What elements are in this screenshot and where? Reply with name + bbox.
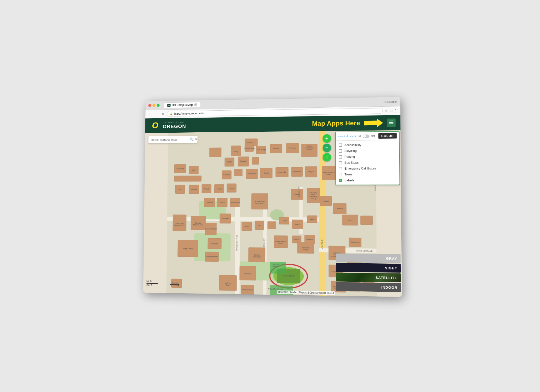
style-indoor-button[interactable]: INDOOR	[336, 282, 401, 292]
layer-label-trees: Trees	[345, 172, 353, 176]
layers-links: select all clear 3d flat	[338, 134, 375, 138]
attribution: UO CGIS | Leaflet | Mapbox | OpenStreetM…	[277, 290, 335, 295]
layer-label-accessibility: Accessibility	[344, 143, 361, 147]
layer-item-trees[interactable]: Trees	[336, 171, 400, 177]
tab-title: UO Campus Map	[172, 103, 193, 107]
layer-item-bicycling[interactable]: Bicycling	[336, 147, 399, 154]
reload-button[interactable]: ↻	[161, 111, 165, 116]
browser-menu-icon[interactable]: ⋮	[394, 108, 398, 113]
layer-item-bus-stops[interactable]: Bus Stops	[336, 159, 399, 166]
svg-text:Cascade Annex: Cascade Annex	[244, 147, 255, 149]
svg-text:McArthur: McArthur	[225, 282, 232, 284]
style-night-button[interactable]: NIGHT	[336, 263, 401, 272]
layers-list: Accessibility Bicycling Parking	[336, 140, 400, 185]
map-area[interactable]: BEECH ST UNIVERSITY ST ONYX ST AGATE ST …	[143, 130, 402, 297]
minimize-window-button[interactable]	[152, 104, 155, 107]
svg-text:Gerlinger: Gerlinger	[211, 242, 218, 244]
svg-text:Lawrence: Lawrence	[246, 142, 253, 143]
svg-text:Living Learning: Living Learning	[275, 241, 287, 242]
svg-text:Huestis: Huestis	[264, 172, 269, 174]
threed-label: 3d	[358, 135, 361, 138]
svg-rect-33	[235, 169, 242, 176]
svg-text:Student Tennis: Student Tennis	[242, 289, 253, 291]
bookmark-icon[interactable]: ☆	[385, 109, 388, 112]
svg-text:Straub: Straub	[244, 226, 249, 227]
svg-text:Earl: Earl	[258, 224, 261, 226]
forward-button[interactable]: →	[154, 111, 159, 116]
svg-rect-28	[210, 148, 221, 157]
layer-checkbox-labels[interactable]: ✓	[339, 178, 342, 182]
close-window-button[interactable]	[148, 104, 151, 107]
svg-text:Chapman: Chapman	[206, 202, 213, 203]
layers-panel: select all clear 3d flat COLOR Accessibi…	[335, 131, 400, 185]
uo-text-logo: UNIVERSITY OF OREGON	[163, 121, 186, 129]
svg-rect-42	[174, 176, 201, 181]
layers-icon[interactable]	[387, 118, 395, 127]
clear-search-icon[interactable]: ✕	[195, 137, 197, 141]
window-location-label: UO Location	[383, 100, 397, 103]
svg-text:Center: Center	[327, 173, 332, 175]
layer-item-labels[interactable]: ✓ Labels	[336, 177, 400, 183]
svg-text:Recreation: Recreation	[253, 256, 261, 258]
svg-text:North: North	[283, 220, 287, 221]
search-input[interactable]	[151, 137, 188, 141]
extension-icons: ⊡ ⋮	[390, 108, 397, 113]
zoom-out-button[interactable]: −	[323, 143, 331, 152]
maximize-window-button[interactable]	[157, 104, 160, 107]
svg-text:Streisinger: Streisinger	[289, 147, 296, 149]
scale-meters: 50 m	[147, 280, 158, 282]
style-gray-button[interactable]: GRAY	[336, 253, 401, 263]
svg-text:Columbia: Columbia	[223, 174, 230, 176]
layer-checkbox-trees[interactable]	[339, 173, 342, 176]
layer-item-parking[interactable]: Parking	[336, 153, 399, 160]
url-box[interactable]: 🔒 https://map.uoregon.edu	[167, 108, 383, 116]
clear-link[interactable]: clear	[350, 135, 356, 138]
svg-text:Family: Family	[303, 249, 308, 251]
svg-text:Center: Center	[278, 242, 284, 244]
home-button[interactable]: ⌂	[323, 153, 331, 161]
svg-text:Adams: Adams	[294, 239, 300, 240]
arrow-icon	[364, 119, 383, 127]
svg-text:Fenton: Fenton	[217, 188, 222, 190]
uo-logo: O UNIVERSITY OF OREGON	[150, 120, 186, 131]
3d-toggle[interactable]	[363, 134, 370, 137]
active-tab[interactable]: U UO Campus Map ×	[164, 102, 201, 108]
layer-checkbox-bus-stops[interactable]	[339, 161, 342, 164]
svg-text:ONYX ST: ONYX ST	[263, 238, 265, 247]
svg-text:Testing: Testing	[311, 198, 316, 200]
map-scale: 50 m 200 ft	[146, 280, 158, 286]
university-label: UNIVERSITY OF	[163, 121, 186, 124]
svg-text:Peterson: Peterson	[191, 188, 197, 190]
color-button[interactable]: COLOR	[378, 133, 397, 138]
style-satellite-button[interactable]: SATELLITE	[336, 272, 401, 282]
browser-window: U UO Campus Map × UO Location ← → ↻ 🔒 ht…	[143, 97, 402, 297]
svg-text:Health,: Health,	[311, 194, 316, 196]
svg-text:Willamette: Willamette	[248, 173, 255, 174]
svg-text:Science: Science	[306, 149, 312, 150]
extension-icon-1[interactable]: ⊡	[390, 109, 392, 112]
tab-close-button[interactable]: ×	[194, 103, 197, 106]
style-satellite-label: SATELLITE	[375, 275, 397, 280]
select-all-link[interactable]: select all	[338, 135, 349, 138]
back-button[interactable]: ←	[148, 112, 153, 116]
zoom-in-button[interactable]: +	[323, 134, 331, 142]
svg-text:Student: Student	[254, 254, 260, 256]
svg-text:University: University	[310, 192, 317, 194]
layer-checkbox-emergency-call-boxes[interactable]	[339, 167, 342, 170]
svg-text:Klamath: Klamath	[273, 148, 279, 149]
svg-text:Esslinger: Esslinger	[244, 272, 251, 275]
layer-checkbox-accessibility[interactable]	[339, 143, 342, 146]
svg-rect-60	[268, 221, 276, 229]
svg-rect-1	[389, 121, 393, 121]
layer-checkbox-bicycling[interactable]	[339, 149, 342, 152]
oregon-label: OREGON	[163, 123, 186, 129]
svg-text:Museum of Art: Museum of Art	[193, 224, 203, 226]
layer-item-emergency-call-boxes[interactable]: Emergency Call Boxes	[336, 165, 399, 171]
layer-checkbox-parking[interactable]	[339, 155, 342, 158]
svg-text:Schnitzer: Schnitzer	[195, 222, 202, 224]
search-box[interactable]: 🔍 ✕	[148, 136, 198, 143]
layer-item-accessibility[interactable]: Accessibility	[336, 141, 399, 148]
map-styles: GRAY NIGHT SATELLITE INDOOR	[336, 253, 401, 292]
svg-text:Hamilton: Hamilton	[323, 200, 329, 202]
svg-text:UNIVERSITY ST: UNIVERSITY ST	[236, 235, 238, 251]
